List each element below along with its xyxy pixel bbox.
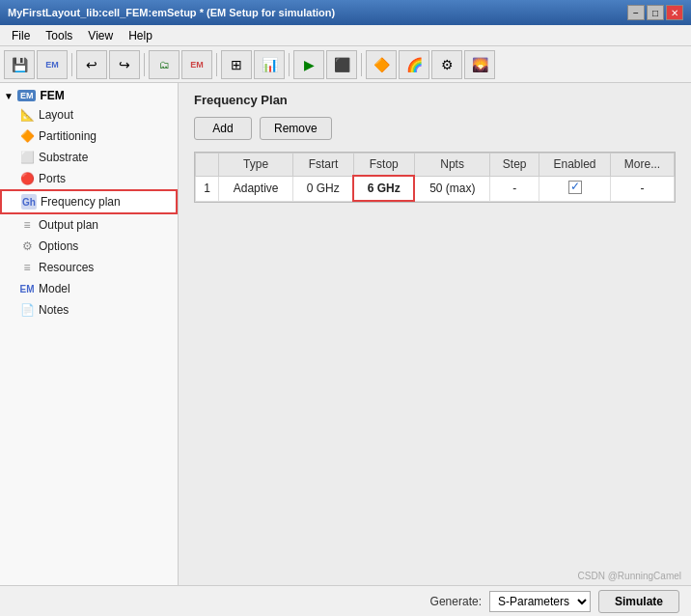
mesh-button[interactable]: 🔶 bbox=[366, 50, 397, 79]
sidebar-item-frequency-plan[interactable]: Gh Frequency plan bbox=[0, 189, 178, 214]
frequency-table: Type Fstart Fstop Npts Step Enabled More… bbox=[195, 153, 675, 202]
ports-icon: 🔴 bbox=[19, 171, 35, 186]
sidebar-item-label: Model bbox=[39, 282, 70, 295]
sidebar-item-label: Frequency plan bbox=[41, 195, 121, 209]
col-header-fstart: Fstart bbox=[293, 154, 353, 177]
tools2-button[interactable]: ⚙ bbox=[431, 50, 462, 79]
minimize-button[interactable]: − bbox=[627, 5, 645, 20]
save-button[interactable]: 💾 bbox=[4, 50, 35, 79]
substrate-icon: ⬜ bbox=[19, 150, 35, 165]
maximize-button[interactable]: □ bbox=[647, 5, 664, 20]
menu-help[interactable]: Help bbox=[121, 27, 160, 44]
output-plan-icon: ≡ bbox=[19, 217, 35, 233]
cell-more: - bbox=[611, 176, 675, 201]
remove-button[interactable]: Remove bbox=[260, 117, 332, 140]
cell-fstart[interactable]: 0 GHz bbox=[293, 176, 353, 201]
sidebar-item-label: Resources bbox=[39, 261, 94, 274]
layout-icon: 📐 bbox=[19, 107, 35, 123]
menu-bar: File Tools View Help bbox=[0, 25, 691, 46]
toolbar-sep-5 bbox=[361, 53, 362, 76]
section-title: Frequency Plan bbox=[194, 93, 676, 107]
layout-button[interactable]: 🗂 bbox=[149, 50, 180, 79]
undo-button[interactable]: ↩ bbox=[76, 50, 107, 79]
toolbar-sep-4 bbox=[289, 53, 290, 76]
enabled-checkbox[interactable] bbox=[568, 181, 582, 194]
options-icon: ⚙ bbox=[19, 238, 35, 254]
em2-button[interactable]: EM bbox=[181, 50, 212, 79]
cell-row-num: 1 bbox=[196, 176, 219, 201]
generate-select[interactable]: S-Parameters Y-Parameters Z-Parameters bbox=[489, 591, 591, 612]
toolbar: 💾 EM ↩ ↪ 🗂 EM ⊞ 📊 ▶ ⬛ 🔶 🌈 ⚙ 🌄 bbox=[0, 46, 691, 83]
table-row[interactable]: 1 Adaptive 0 GHz 6 GHz 50 (max) - - bbox=[196, 176, 675, 201]
col-header-type: Type bbox=[219, 154, 293, 177]
sidebar-item-output-plan[interactable]: ≡ Output plan bbox=[0, 214, 178, 236]
col-header-npts: Npts bbox=[414, 154, 490, 177]
sidebar-item-options[interactable]: ⚙ Options bbox=[0, 236, 178, 257]
sidebar-item-label: Partitioning bbox=[39, 129, 97, 143]
landscape-button[interactable]: 🌄 bbox=[464, 50, 495, 79]
sidebar-header-label: FEM bbox=[40, 89, 64, 102]
chart-button[interactable]: 📊 bbox=[254, 50, 285, 79]
cell-step: - bbox=[490, 176, 539, 201]
title-bar-buttons: − □ ✕ bbox=[627, 5, 683, 20]
sidebar-em-badge: EM bbox=[17, 90, 37, 101]
col-header-fstop: Fstop bbox=[353, 154, 414, 177]
sidebar-item-resources[interactable]: ≡ Resources bbox=[0, 257, 178, 278]
cell-npts[interactable]: 50 (max) bbox=[414, 176, 490, 201]
bottom-bar: Generate: S-Parameters Y-Parameters Z-Pa… bbox=[0, 585, 691, 616]
sidebar-item-model[interactable]: EM Model bbox=[0, 278, 178, 299]
toolbar-sep-3 bbox=[216, 53, 217, 76]
title-bar-text: MyFirstLayout_lib:cell_FEM:emSetup * (EM… bbox=[8, 7, 335, 18]
sidebar-item-label: Substrate bbox=[39, 151, 88, 164]
em-button[interactable]: EM bbox=[37, 50, 68, 79]
redo-button[interactable]: ↪ bbox=[109, 50, 140, 79]
col-header-enabled: Enabled bbox=[539, 154, 610, 177]
button-row: Add Remove bbox=[194, 117, 676, 140]
partitioning-icon: 🔶 bbox=[19, 128, 35, 144]
cell-enabled[interactable] bbox=[539, 176, 610, 201]
frequency-plan-icon: Gh bbox=[21, 194, 37, 210]
sidebar-item-notes[interactable]: 📄 Notes bbox=[0, 299, 178, 321]
sidebar: ▼ EM FEM 📐 Layout 🔶 Partitioning ⬜ Subst… bbox=[0, 83, 179, 585]
grid-button[interactable]: ⊞ bbox=[221, 50, 252, 79]
title-bar: MyFirstLayout_lib:cell_FEM:emSetup * (EM… bbox=[0, 0, 691, 25]
sidebar-item-partitioning[interactable]: 🔶 Partitioning bbox=[0, 126, 178, 147]
sidebar-item-substrate[interactable]: ⬜ Substrate bbox=[0, 147, 178, 168]
sidebar-item-ports[interactable]: 🔴 Ports bbox=[0, 168, 178, 189]
play-button[interactable]: ▶ bbox=[293, 50, 324, 79]
notes-icon: 📄 bbox=[19, 302, 35, 318]
col-header-step: Step bbox=[490, 154, 539, 177]
color-button[interactable]: 🌈 bbox=[399, 50, 429, 79]
cell-fstop[interactable]: 6 GHz bbox=[353, 176, 414, 201]
menu-tools[interactable]: Tools bbox=[38, 27, 80, 44]
sidebar-item-layout[interactable]: 📐 Layout bbox=[0, 104, 178, 126]
cell-type[interactable]: Adaptive bbox=[219, 176, 293, 201]
cube-button[interactable]: ⬛ bbox=[326, 50, 357, 79]
add-button[interactable]: Add bbox=[194, 117, 252, 140]
sidebar-item-label: Output plan bbox=[39, 218, 98, 232]
sidebar-item-label: Options bbox=[39, 239, 78, 253]
resources-icon: ≡ bbox=[19, 260, 35, 275]
model-icon: EM bbox=[19, 281, 35, 296]
simulate-button[interactable]: Simulate bbox=[598, 590, 679, 613]
generate-label: Generate: bbox=[430, 595, 482, 608]
sidebar-collapse-arrow[interactable]: ▼ bbox=[4, 91, 14, 101]
menu-file[interactable]: File bbox=[4, 27, 38, 44]
sidebar-item-label: Ports bbox=[39, 172, 66, 185]
frequency-table-container: Type Fstart Fstop Npts Step Enabled More… bbox=[194, 152, 676, 203]
sidebar-item-label: Notes bbox=[39, 303, 69, 317]
menu-view[interactable]: View bbox=[80, 27, 121, 44]
content-area: Frequency Plan Add Remove Type Fstart Fs… bbox=[179, 83, 691, 585]
close-button[interactable]: ✕ bbox=[666, 5, 683, 20]
toolbar-sep-2 bbox=[144, 53, 145, 76]
toolbar-sep-1 bbox=[71, 53, 72, 76]
sidebar-header: ▼ EM FEM bbox=[0, 87, 178, 104]
col-header-more: More... bbox=[611, 154, 675, 177]
col-header-num bbox=[196, 154, 219, 177]
sidebar-item-label: Layout bbox=[39, 108, 73, 122]
main-container: ▼ EM FEM 📐 Layout 🔶 Partitioning ⬜ Subst… bbox=[0, 83, 691, 585]
